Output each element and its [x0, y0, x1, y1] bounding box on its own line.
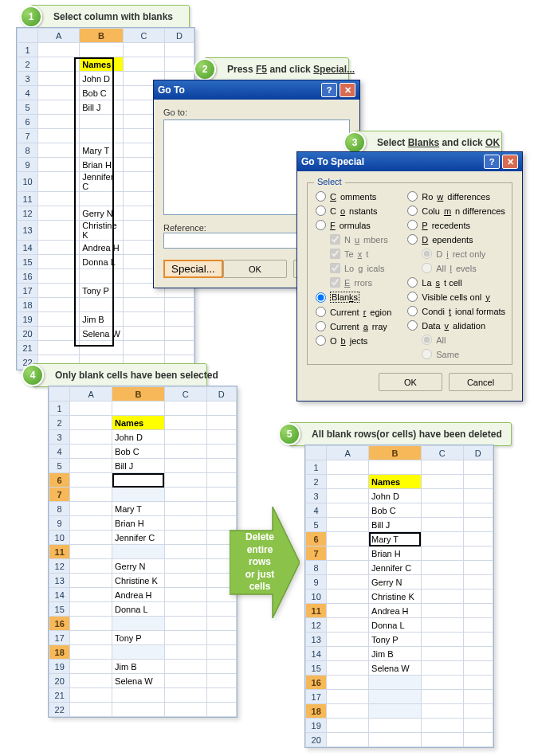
cell[interactable] [164, 488, 206, 502]
cell[interactable] [70, 703, 112, 717]
cell[interactable] [463, 676, 493, 690]
cell[interactable] [164, 545, 206, 559]
cell[interactable]: Tony P [112, 631, 165, 645]
cell[interactable] [112, 402, 165, 416]
cell[interactable] [70, 488, 112, 502]
cell[interactable] [206, 631, 236, 645]
cell[interactable] [70, 473, 112, 488]
cell[interactable] [206, 402, 236, 416]
cell[interactable]: Donna L [112, 602, 165, 617]
corner-cell[interactable] [306, 446, 327, 460]
special-button[interactable]: Special... [163, 260, 223, 278]
cell[interactable] [38, 221, 80, 241]
cell[interactable] [421, 719, 463, 733]
cell[interactable] [38, 327, 80, 341]
opt-objects[interactable]: Objects [316, 335, 391, 346]
opt-formulas[interactable]: Formulas [316, 220, 391, 230]
cell[interactable] [123, 341, 164, 355]
row-8[interactable]: 8 [18, 143, 38, 158]
cell[interactable]: Jim B [369, 647, 422, 661]
cell[interactable]: Donna L [80, 255, 124, 269]
cell[interactable] [206, 531, 236, 545]
row-20[interactable]: 20 [306, 733, 327, 747]
cell[interactable]: Selena W [112, 674, 165, 688]
row-6[interactable]: 6 [18, 115, 38, 129]
row-11[interactable]: 11 [49, 545, 70, 559]
cell[interactable] [165, 43, 194, 57]
cell[interactable] [421, 518, 463, 532]
cell[interactable] [38, 172, 80, 192]
cell[interactable] [70, 559, 112, 574]
row-4[interactable]: 4 [49, 445, 70, 459]
cell[interactable] [421, 475, 463, 489]
cell[interactable] [164, 617, 206, 631]
cell[interactable] [38, 72, 80, 86]
cell[interactable]: Jim B [80, 312, 124, 327]
cell[interactable]: John D [369, 489, 422, 503]
gts-titlebar[interactable]: Go To Special ? ✕ [297, 152, 522, 171]
cell[interactable] [38, 129, 80, 143]
cell[interactable]: Christine K [112, 574, 165, 588]
cell[interactable]: Mary T [369, 532, 422, 546]
cell[interactable]: Gerry N [369, 575, 422, 590]
cell[interactable]: Mary T [80, 143, 124, 158]
row-5[interactable]: 5 [306, 518, 327, 532]
row-9[interactable]: 9 [306, 575, 327, 590]
cell[interactable] [206, 660, 236, 674]
row-11[interactable]: 11 [306, 604, 327, 618]
cell[interactable] [70, 502, 112, 516]
row-14[interactable]: 14 [49, 588, 70, 602]
row-14[interactable]: 14 [306, 647, 327, 661]
cell[interactable] [38, 192, 80, 206]
cell[interactable] [463, 590, 493, 604]
cell[interactable] [38, 206, 80, 221]
cell[interactable] [164, 588, 206, 602]
cell[interactable] [327, 633, 369, 647]
row-19[interactable]: 19 [18, 312, 38, 327]
cell[interactable] [463, 690, 493, 704]
cell[interactable] [463, 604, 493, 618]
col-D[interactable]: D [165, 29, 194, 43]
cell[interactable]: John D [112, 430, 165, 445]
cell[interactable] [421, 733, 463, 747]
cell[interactable] [70, 459, 112, 473]
cell[interactable] [80, 115, 124, 129]
cell[interactable] [164, 531, 206, 545]
cell[interactable] [327, 460, 369, 475]
cell[interactable] [164, 445, 206, 459]
row-10[interactable]: 10 [18, 172, 38, 192]
cell[interactable] [463, 546, 493, 561]
cell[interactable] [38, 298, 80, 312]
row-7[interactable]: 7 [306, 546, 327, 561]
cell[interactable] [80, 341, 124, 355]
cell[interactable] [327, 590, 369, 604]
cell[interactable]: Donna L [369, 618, 422, 633]
cell[interactable] [112, 473, 165, 488]
cell[interactable] [327, 661, 369, 676]
cell[interactable] [421, 546, 463, 561]
cell[interactable] [165, 341, 194, 355]
row-12[interactable]: 12 [306, 618, 327, 633]
cell[interactable] [327, 690, 369, 704]
cell[interactable] [421, 590, 463, 604]
cell[interactable] [421, 532, 463, 546]
opt-comments[interactable]: Comments [316, 191, 391, 202]
row-3[interactable]: 3 [49, 430, 70, 445]
cell[interactable] [70, 588, 112, 602]
row-4[interactable]: 4 [306, 503, 327, 518]
cell[interactable]: Tony P [369, 633, 422, 647]
cell[interactable] [327, 532, 369, 546]
cell[interactable] [369, 704, 422, 719]
cell[interactable]: Andrea H [112, 588, 165, 602]
cell[interactable] [38, 255, 80, 269]
row-16[interactable]: 16 [306, 676, 327, 690]
cell[interactable] [38, 86, 80, 100]
cell[interactable] [112, 545, 165, 559]
cell[interactable]: Names [80, 57, 124, 72]
row-16[interactable]: 16 [18, 269, 38, 284]
row-11[interactable]: 11 [18, 192, 38, 206]
cell[interactable]: Selena W [80, 327, 124, 341]
cell[interactable] [206, 473, 236, 488]
cell[interactable] [206, 445, 236, 459]
cell[interactable] [38, 284, 80, 298]
